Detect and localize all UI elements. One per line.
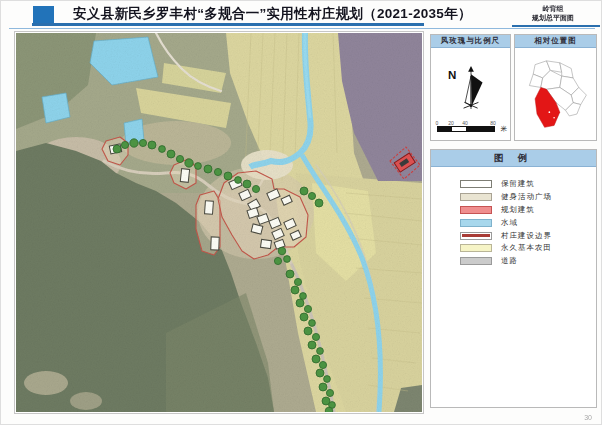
compass-panel-title: 风玫瑰与比例尺	[431, 35, 510, 48]
legend-item: 村庄建设边界	[431, 229, 596, 242]
group-name: 岭背组	[506, 4, 600, 13]
texture-overlay	[16, 33, 422, 412]
scale-unit: 米	[501, 125, 508, 134]
page-number: 30	[584, 414, 592, 421]
title-block-square	[33, 6, 54, 24]
legend-item: 规划建筑	[431, 204, 596, 217]
legend-swatch	[460, 257, 492, 265]
compass-panel-body: N 0 20 40 80	[431, 48, 510, 141]
legend-item: 道路	[431, 255, 596, 268]
legend-panel: 图 例 保留建筑 健身活动广场 规划建筑 水域 村庄建设边界	[430, 149, 597, 408]
plan-sheet: 安义县新民乡罗丰村“多规合一”实用性村庄规划（2021-2035年） 岭背组 规…	[0, 0, 602, 425]
legend-swatch	[460, 193, 492, 201]
scale-bar: 0 20 40 80 米	[437, 120, 505, 134]
legend-swatch	[460, 244, 492, 252]
sheet-name: 规划总平面图	[506, 13, 600, 22]
legend-swatch	[460, 206, 492, 214]
title-underline	[32, 23, 424, 26]
header-divider	[9, 28, 595, 29]
legend-label: 健身活动广场	[501, 192, 552, 202]
legend-label: 水域	[501, 218, 518, 228]
compass-panel: 风玫瑰与比例尺 N 0 20	[430, 34, 511, 141]
legend-item: 保留建筑	[431, 178, 596, 191]
legend-label: 道路	[501, 256, 518, 266]
sheet-label: 岭背组 规划总平面图	[506, 4, 600, 22]
legend-swatch	[460, 219, 492, 227]
page-title: 安义县新民乡罗丰村“多规合一”实用性村庄规划（2021-2035年）	[73, 5, 433, 23]
legend-label: 永久基本农田	[501, 243, 552, 253]
legend-label: 规划建筑	[501, 205, 535, 215]
legend-swatch	[460, 180, 492, 188]
site-map	[16, 33, 422, 412]
legend-label: 保留建筑	[501, 179, 535, 189]
location-panel-title: 相对位置图	[515, 35, 596, 48]
location-panel: 相对位置图	[514, 34, 597, 141]
legend-title: 图 例	[431, 150, 596, 167]
map-frame	[14, 31, 424, 414]
legend-items: 保留建筑 健身活动广场 规划建筑 水域 村庄建设边界 永久基本农田	[431, 167, 596, 268]
north-arrow-icon: N	[438, 62, 504, 118]
scale-bar-segments	[437, 126, 495, 132]
north-label-glyph: N	[447, 69, 455, 81]
location-panel-body	[515, 52, 596, 145]
legend-item: 永久基本农田	[431, 242, 596, 255]
location-map	[518, 52, 594, 140]
legend-item: 水域	[431, 216, 596, 229]
legend-item: 健身活动广场	[431, 191, 596, 204]
legend-label: 村庄建设边界	[501, 231, 552, 241]
legend-swatch	[460, 232, 492, 240]
sheet-label-underline	[512, 25, 600, 27]
